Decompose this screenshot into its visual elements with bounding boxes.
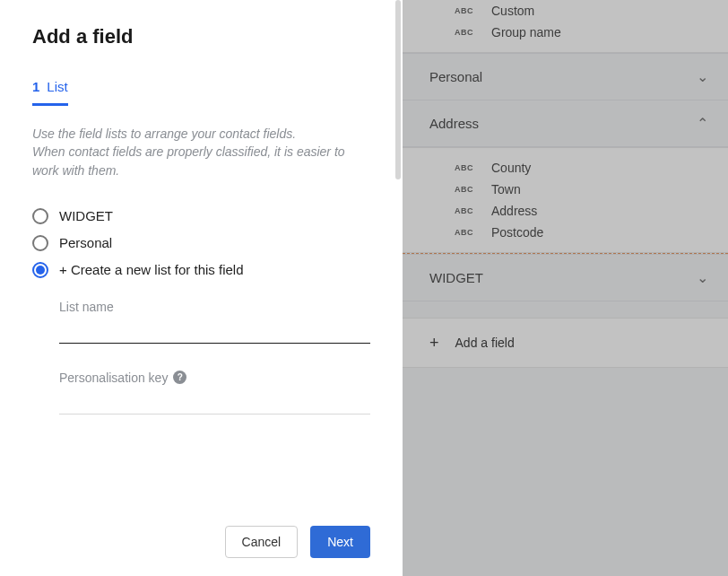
section-header-address[interactable]: Address ⌃ xyxy=(403,100,728,147)
cancel-button[interactable]: Cancel xyxy=(225,526,299,558)
field-name: Address xyxy=(491,204,537,218)
modal-footer: Cancel Next xyxy=(32,508,370,558)
radio-icon xyxy=(32,208,48,224)
list-name-label: List name xyxy=(59,300,370,314)
personalisation-key-label: Personalisation key xyxy=(59,371,168,385)
radio-widget[interactable]: WIDGET xyxy=(32,208,370,224)
abc-type-icon: ABC xyxy=(455,206,473,215)
help-icon[interactable]: ? xyxy=(173,371,186,384)
field-name: Town xyxy=(491,182,521,196)
list-name-input[interactable] xyxy=(59,314,370,344)
list-item[interactable]: ABC Town xyxy=(403,179,728,200)
scrollbar-thumb[interactable] xyxy=(395,0,401,179)
field-name: Custom xyxy=(491,4,534,18)
abc-type-icon: ABC xyxy=(455,185,473,194)
section-header-personal[interactable]: Personal ⌄ xyxy=(403,53,728,100)
radio-label: + Create a new list for this field xyxy=(59,262,244,277)
section-title: Address xyxy=(429,116,479,131)
list-item[interactable]: ABC Group name xyxy=(403,22,728,43)
personalisation-key-field-group: Personalisation key ? xyxy=(59,371,370,415)
modal-title: Add a field xyxy=(32,25,370,48)
abc-type-icon: ABC xyxy=(455,228,473,237)
next-button[interactable]: Next xyxy=(310,526,370,558)
list-name-field-group: List name xyxy=(59,300,370,344)
radio-icon xyxy=(32,235,48,251)
field-name: County xyxy=(491,161,531,175)
add-field-modal: Add a field 1 List Use the field lists t… xyxy=(0,0,403,576)
plus-icon: + xyxy=(429,335,439,351)
tab-label: List xyxy=(47,79,67,94)
field-name: Group name xyxy=(491,25,561,39)
radio-label: Personal xyxy=(59,235,112,250)
list-item[interactable]: ABC Custom xyxy=(403,0,728,22)
chevron-down-icon: ⌄ xyxy=(697,269,708,286)
section-title: Personal xyxy=(429,69,482,84)
section-header-widget[interactable]: WIDGET ⌄ xyxy=(403,254,728,301)
list-item[interactable]: ABC Postcode xyxy=(403,222,728,243)
tab-number: 1 xyxy=(32,79,39,94)
list-item[interactable]: ABC County xyxy=(403,157,728,179)
chevron-up-icon: ⌃ xyxy=(697,115,708,132)
tab-list[interactable]: 1 List xyxy=(32,79,68,106)
chevron-down-icon: ⌄ xyxy=(697,68,708,85)
list-radio-group: WIDGET Personal + Create a new list for … xyxy=(32,208,370,278)
radio-label: WIDGET xyxy=(59,208,113,223)
section-title: WIDGET xyxy=(429,270,483,285)
abc-type-icon: ABC xyxy=(455,6,473,15)
modal-description: Use the field lists to arrange your cont… xyxy=(32,125,370,179)
radio-personal[interactable]: Personal xyxy=(32,235,370,251)
list-item[interactable]: ABC Address xyxy=(403,200,728,222)
background-content: ABC Custom ABC Group name Personal ⌄ Add… xyxy=(403,0,728,576)
abc-type-icon: ABC xyxy=(455,28,473,37)
wizard-tabs: 1 List xyxy=(32,79,370,107)
abc-type-icon: ABC xyxy=(455,163,473,172)
add-field-label: Add a field xyxy=(455,336,515,350)
radio-icon-selected xyxy=(32,262,48,278)
add-field-button[interactable]: + Add a field xyxy=(403,318,728,368)
new-list-form: List name Personalisation key ? xyxy=(59,300,370,441)
field-name: Postcode xyxy=(491,225,543,240)
personalisation-key-input[interactable] xyxy=(59,385,370,415)
radio-create-new-list[interactable]: + Create a new list for this field xyxy=(32,262,370,278)
